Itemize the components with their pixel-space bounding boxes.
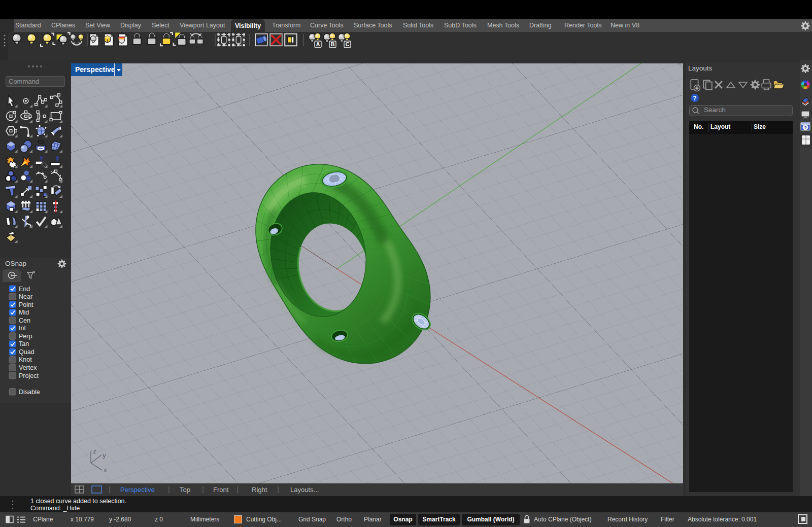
- svg-text:z: z: [93, 447, 96, 455]
- svg-text:C: C: [346, 41, 350, 47]
- svg-text:x: x: [104, 466, 107, 474]
- svg-text:B: B: [331, 41, 335, 47]
- svg-text:y: y: [103, 451, 106, 459]
- svg-text:A: A: [316, 41, 320, 47]
- svg-text:?: ?: [693, 95, 696, 102]
- svg-text:?: ?: [804, 125, 807, 130]
